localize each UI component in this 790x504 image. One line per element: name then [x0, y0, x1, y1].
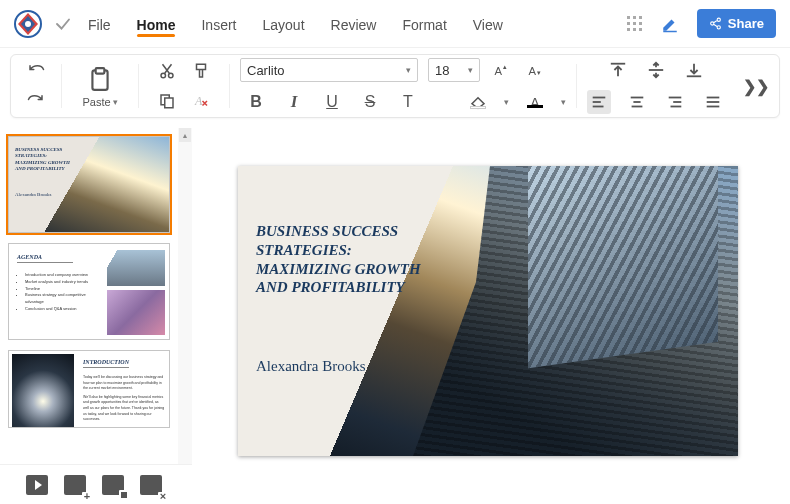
edit-mode-icon[interactable] [661, 15, 679, 33]
align-right-button[interactable] [663, 90, 687, 114]
font-color-button[interactable]: A [523, 90, 547, 114]
svg-rect-15 [197, 64, 206, 69]
svg-text:A: A [495, 65, 503, 77]
svg-rect-12 [96, 68, 105, 73]
menu-tab-layout[interactable]: Layout [262, 3, 304, 45]
thumb3-title: INTRODUCTION [83, 359, 129, 368]
thumb2-title: AGENDA [17, 254, 73, 263]
align-center-button[interactable] [625, 90, 649, 114]
slide-panel: BUSINESS SUCCESS STRATEGIES: MAXIMIZING … [0, 128, 192, 504]
menu-tab-format[interactable]: Format [402, 3, 446, 45]
align-bottom-button[interactable] [682, 58, 706, 82]
paste-dropdown[interactable]: Paste▾ [82, 96, 117, 108]
slide-title-text[interactable]: BUSINESS SUCCESS STRATEGIES: MAXIMIZING … [256, 222, 424, 297]
menu-tab-view[interactable]: View [473, 3, 503, 45]
slide-thumbnail-3[interactable]: INTRODUCTION Today we'll be discussing o… [8, 350, 170, 428]
svg-rect-7 [639, 22, 642, 25]
thumb1-author: Alexandra Brooks [15, 192, 52, 197]
thumb1-title: BUSINESS SUCCESS STRATEGIES: MAXIMIZING … [15, 147, 71, 172]
svg-rect-10 [639, 28, 642, 31]
font-family-select[interactable]: Carlito▾ [240, 58, 418, 82]
home-toolbar: Paste▾ A Carlito▾ 18▾ A▴ A▾ B I [10, 54, 780, 118]
app-logo[interactable] [14, 10, 42, 38]
svg-rect-5 [627, 22, 630, 25]
svg-rect-6 [633, 22, 636, 25]
menu-tab-review[interactable]: Review [331, 3, 377, 45]
align-justify-button[interactable] [701, 90, 725, 114]
clear-format-button[interactable]: A [189, 89, 213, 113]
slide-thumbnail-1[interactable]: BUSINESS SUCCESS STRATEGIES: MAXIMIZING … [8, 136, 170, 233]
menu-tabs: File Home Insert Layout Review Format Vi… [88, 3, 627, 45]
thumb3-text: Today we'll be discussing our business s… [83, 375, 165, 426]
fill-color-button[interactable] [466, 90, 490, 114]
slide-canvas[interactable]: BUSINESS SUCCESS STRATEGIES: MAXIMIZING … [192, 128, 790, 504]
slide-author-text[interactable]: Alexandra Brooks [256, 358, 366, 375]
thumb2-list: Introduction and company overview Market… [19, 272, 91, 313]
copy-button[interactable] [155, 89, 179, 113]
align-left-button[interactable] [587, 90, 611, 114]
svg-text:A: A [529, 65, 537, 77]
fill-color-dropdown[interactable]: ▾ [504, 97, 509, 107]
font-family-value: Carlito [247, 63, 285, 78]
start-slideshow-button[interactable] [26, 475, 48, 495]
save-status-icon[interactable] [52, 15, 74, 33]
current-slide[interactable]: BUSINESS SUCCESS STRATEGIES: MAXIMIZING … [238, 166, 738, 456]
svg-rect-2 [627, 16, 630, 19]
bold-button[interactable]: B [244, 90, 268, 114]
share-icon [709, 17, 722, 30]
text-transform-button[interactable]: T [396, 90, 420, 114]
app-grid-icon[interactable] [627, 16, 643, 32]
svg-rect-3 [633, 16, 636, 19]
font-size-select[interactable]: 18▾ [428, 58, 480, 82]
increase-font-button[interactable]: A▴ [490, 58, 514, 82]
paste-button[interactable] [85, 64, 115, 94]
svg-rect-8 [627, 28, 630, 31]
redo-button[interactable] [24, 89, 48, 113]
duplicate-slide-button[interactable] [102, 475, 124, 495]
svg-point-14 [169, 73, 174, 78]
decrease-font-button[interactable]: A▾ [524, 58, 548, 82]
workspace: BUSINESS SUCCESS STRATEGIES: MAXIMIZING … [0, 128, 790, 504]
svg-rect-9 [633, 28, 636, 31]
underline-button[interactable]: U [320, 90, 344, 114]
svg-point-13 [161, 73, 166, 78]
menu-tab-file[interactable]: File [88, 3, 111, 45]
cut-button[interactable] [155, 59, 179, 83]
svg-text:A: A [194, 94, 203, 108]
font-color-dropdown[interactable]: ▾ [561, 97, 566, 107]
svg-rect-17 [165, 98, 173, 108]
toolbar-overflow-button[interactable]: ❯❯ [743, 77, 769, 96]
scroll-up-icon[interactable]: ▲ [179, 128, 191, 142]
share-button[interactable]: Share [697, 9, 776, 38]
undo-button[interactable] [24, 59, 48, 83]
font-size-value: 18 [435, 63, 449, 78]
share-label: Share [728, 16, 764, 31]
add-slide-button[interactable]: + [64, 475, 86, 495]
toolbar-container: Paste▾ A Carlito▾ 18▾ A▴ A▾ B I [0, 48, 790, 128]
svg-rect-4 [639, 16, 642, 19]
strikethrough-button[interactable]: S [358, 90, 382, 114]
slide-thumbnail-2[interactable]: AGENDA Introduction and company overview… [8, 243, 170, 340]
svg-text:▴: ▴ [503, 63, 507, 70]
menu-tab-home[interactable]: Home [137, 3, 176, 45]
italic-button[interactable]: I [282, 90, 306, 114]
menu-bar: File Home Insert Layout Review Format Vi… [0, 0, 790, 48]
format-painter-button[interactable] [189, 59, 213, 83]
slide-panel-scrollbar[interactable]: ▲ ▼ [178, 128, 192, 504]
slide-controls-bar: + × [0, 464, 192, 504]
svg-text:▾: ▾ [537, 69, 541, 76]
align-top-button[interactable] [606, 58, 630, 82]
delete-slide-button[interactable]: × [140, 475, 162, 495]
menu-tab-insert[interactable]: Insert [201, 3, 236, 45]
align-middle-button[interactable] [644, 58, 668, 82]
paste-label-text: Paste [82, 96, 110, 108]
svg-point-1 [25, 21, 31, 27]
